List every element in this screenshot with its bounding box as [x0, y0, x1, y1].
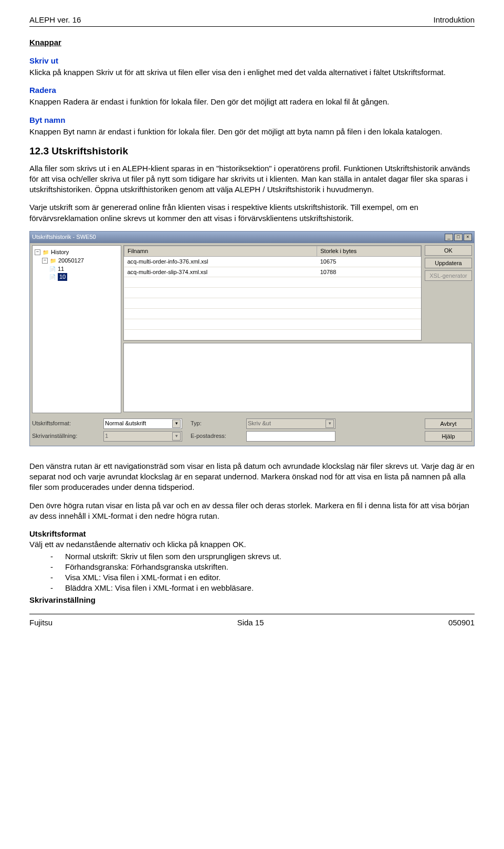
file-icon	[49, 273, 56, 281]
format-combobox[interactable]: Normal &utskrift ▾	[103, 418, 182, 429]
folder-icon	[43, 248, 49, 256]
radera-text: Knappen Radera är endast i funktion för …	[29, 97, 475, 107]
update-button[interactable]: Uppdatera	[425, 258, 472, 268]
tree-date[interactable]: 20050127	[58, 257, 84, 265]
tree-node-10-selected[interactable]: 10	[58, 273, 67, 281]
footer-right: 050901	[448, 617, 475, 628]
page-header: ALEPH ver. 16 Introduktion	[29, 15, 475, 25]
xsl-generator-button[interactable]: XSL-generator	[425, 270, 472, 281]
bytnamn-text: Knappen Byt namn är endast i funktion fö…	[29, 127, 475, 137]
lbl-skrivar: Skrivarinställning:	[32, 432, 95, 440]
email-input[interactable]	[246, 431, 335, 442]
ok-button[interactable]: OK	[425, 245, 472, 256]
lbl-typ: Typ:	[191, 420, 238, 427]
chevron-down-icon: ▾	[326, 420, 334, 428]
list-item: -Förhandsgranska: Förhandsgranska utskri…	[50, 562, 475, 572]
header-left: ALEPH ver. 16	[29, 15, 81, 25]
list-item: -Bläddra XML: Visa filen i XML-format i …	[50, 583, 475, 593]
tree-root[interactable]: History	[51, 248, 69, 256]
footer-center: Sida 15	[237, 617, 264, 628]
footer-left: Fujitsu	[29, 617, 52, 628]
header-rule	[29, 26, 475, 27]
radera-label: Radera	[29, 85, 475, 96]
file-list[interactable]: Filnamn Storlek i bytes acq-multi-order-…	[123, 245, 422, 341]
chevron-down-icon[interactable]: ▾	[172, 420, 181, 428]
table-row: acq-multi-order-info-376.xml.xsl 10675	[124, 256, 421, 267]
maximize-icon[interactable]: □	[454, 234, 463, 241]
utskriftsformat-intro: Välj ett av nedanstående alternativ och …	[29, 539, 475, 550]
section-heading: 12.3 Utskriftshistorik	[29, 144, 475, 158]
lbl-format: Utskriftsformat:	[32, 420, 95, 427]
file-icon	[49, 265, 56, 273]
page-footer: Fujitsu Sida 15 050901	[29, 617, 475, 628]
history-tree[interactable]: − History − 20050127 11 10	[32, 245, 121, 413]
titlebar: Utskriftshistorik - SWE50 _ □ ×	[30, 232, 474, 243]
bytnamn-label: Byt namn	[29, 115, 475, 125]
list-item: -Normal utskrift: Skriv ut filen som den…	[50, 551, 475, 562]
xml-preview	[123, 343, 472, 412]
col-size[interactable]: Storlek i bytes	[317, 246, 421, 256]
expander-icon[interactable]: −	[35, 249, 40, 255]
list-item: -Visa XML: Visa filen i XML-format i en …	[50, 572, 475, 583]
help-button[interactable]: Hjälp	[425, 431, 472, 442]
utskriftsformat-heading: Utskriftsformat	[29, 529, 475, 539]
chevron-down-icon: ▾	[172, 432, 181, 441]
skrivut-text: Klicka på knappen Skriv ut för att skriv…	[29, 67, 475, 78]
col-filename[interactable]: Filnamn	[124, 246, 317, 256]
knappar-heading: Knappar	[29, 37, 475, 48]
section-p1: Alla filer som skrivs ut i en ALEPH-klie…	[29, 163, 475, 195]
cancel-button[interactable]: Avbryt	[425, 418, 472, 429]
print-history-window: Utskriftshistorik - SWE50 _ □ × − Histor…	[29, 231, 475, 446]
header-right: Introduktion	[434, 15, 475, 25]
folder-icon	[50, 257, 56, 265]
skrivarinstallning-heading: Skrivarinställning	[29, 595, 475, 605]
close-icon[interactable]: ×	[464, 234, 472, 241]
table-row: acq-multi-order-slip-374.xml.xsl 10788	[124, 267, 421, 277]
printer-combobox: 1 ▾	[103, 431, 182, 442]
footer-rule	[29, 614, 475, 614]
post-p1: Den vänstra rutan är ett navigationsträd…	[29, 461, 475, 493]
type-combobox: Skriv &ut ▾	[246, 418, 335, 429]
minimize-icon[interactable]: _	[445, 234, 453, 241]
section-p2: Varje utskrift som är genererad online f…	[29, 202, 475, 224]
post-p2: Den övre högra rutan visar en lista på v…	[29, 500, 475, 522]
lbl-epost: E-postadress:	[191, 432, 238, 440]
skrivut-label: Skriv ut	[29, 56, 475, 66]
window-title: Utskriftshistorik - SWE50	[32, 233, 96, 241]
expander-icon[interactable]: −	[42, 258, 48, 264]
tree-node-11[interactable]: 11	[58, 265, 64, 273]
